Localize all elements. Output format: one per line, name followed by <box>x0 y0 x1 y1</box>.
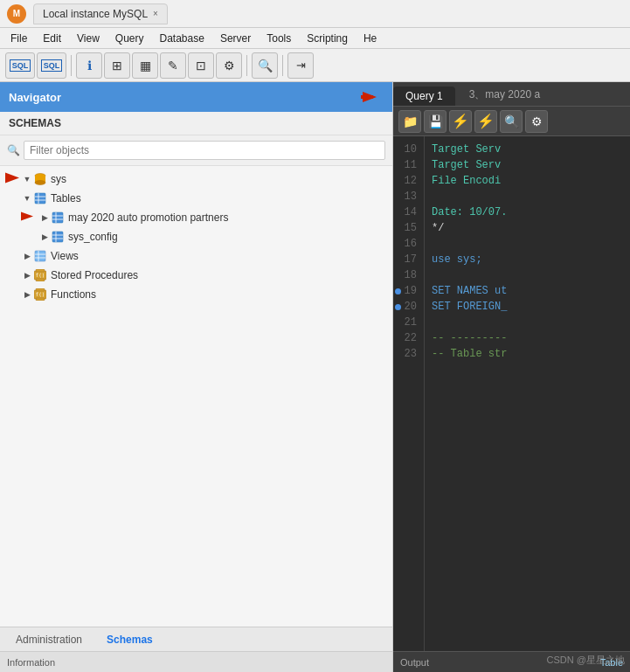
schema-btn[interactable]: ⊡ <box>188 52 214 79</box>
toolbar-separator-3 <box>282 55 283 76</box>
menu-bar: File Edit View Query Database Server Too… <box>0 28 630 49</box>
main-tab[interactable]: Local instance MySQL × <box>33 3 168 24</box>
menu-server[interactable]: Server <box>213 31 258 46</box>
svg-marker-2 <box>5 173 19 184</box>
edit-btn[interactable]: ✎ <box>160 52 186 79</box>
right-panel: Query 1 3、may 2020 a 📁 💾 ⚡ ⚡ 🔍 ⚙ 1011121… <box>393 82 630 672</box>
query-tab-1[interactable]: Query 1 <box>393 87 455 106</box>
menu-edit[interactable]: Edit <box>36 31 68 46</box>
export-btn[interactable]: ⇥ <box>287 52 314 79</box>
code-line-17: use sys; <box>432 252 623 267</box>
svg-text:f(): f() <box>36 272 45 278</box>
menu-help[interactable]: He <box>357 31 384 46</box>
views-expand-arrow[interactable]: ▶ <box>21 252 33 260</box>
proc-btn[interactable]: ⚙ <box>216 52 242 79</box>
svg-rect-6 <box>35 193 45 204</box>
info-bar: Information <box>0 651 392 672</box>
line-number-22: 22 <box>393 330 424 346</box>
tables-expand-arrow[interactable]: ▼ <box>21 194 33 203</box>
functions-expand-arrow[interactable]: ▶ <box>21 290 33 299</box>
table2-label: sys_config <box>68 231 118 243</box>
sql-btn-1[interactable]: SQL <box>5 52 35 79</box>
save-btn[interactable]: 💾 <box>424 110 447 133</box>
line-number-17: 17 <box>393 252 424 267</box>
views-icon <box>33 249 47 263</box>
code-line-10: Target Serv <box>432 142 623 157</box>
stored-proc-expand-arrow[interactable]: ▶ <box>21 271 33 280</box>
navigator-header: Navigator <box>0 82 392 112</box>
menu-database[interactable]: Database <box>153 31 211 46</box>
svg-point-5 <box>35 181 45 185</box>
sys-label: sys <box>51 173 66 185</box>
sys-expand-arrow[interactable]: ▼ <box>21 175 33 184</box>
code-line-15: */ <box>432 220 623 236</box>
table1-expand-arrow[interactable]: ▶ <box>38 213 51 222</box>
tables-label: Tables <box>51 192 81 204</box>
tree-node-table1[interactable]: ▶ may 2020 auto promotion partners <box>0 208 392 227</box>
menu-view[interactable]: View <box>70 31 107 46</box>
refresh-icon[interactable] <box>359 87 384 107</box>
tab-administration[interactable]: Administration <box>3 630 94 649</box>
tab-schemas[interactable]: Schemas <box>94 630 165 649</box>
table2-icon <box>51 230 65 244</box>
info-btn[interactable]: ℹ <box>76 52 102 79</box>
svg-rect-25 <box>36 279 45 281</box>
table2-expand-arrow[interactable]: ▶ <box>38 232 51 241</box>
table-view-btn[interactable]: ▦ <box>132 52 158 79</box>
tree-node-tables[interactable]: ▼ Tables <box>0 189 392 208</box>
line-number-23: 23 <box>393 346 424 362</box>
line-number-19: 19 <box>393 283 424 299</box>
title-bar: M Local instance MySQL × <box>0 0 630 28</box>
code-content[interactable]: Target ServTarget ServFile Encodi Date: … <box>425 136 630 651</box>
line-numbers: 1011121314151617181920212223 <box>393 136 425 651</box>
line-number-12: 12 <box>393 173 424 189</box>
filter-objects-input[interactable] <box>24 141 385 160</box>
query-toolbar: 📁 💾 ⚡ ⚡ 🔍 ⚙ <box>393 107 630 136</box>
code-line-11: Target Serv <box>432 157 623 173</box>
code-line-20: SET FOREIGN_ <box>432 299 623 315</box>
code-line-19: SET NAMES ut <box>432 283 623 299</box>
svg-marker-10 <box>21 212 33 221</box>
line-number-14: 14 <box>393 204 424 220</box>
code-line-18 <box>432 267 623 283</box>
add-table-btn[interactable]: ⊞ <box>104 52 130 79</box>
search-filter-icon: 🔍 <box>7 144 20 156</box>
navigator-title: Navigator <box>9 91 61 104</box>
query-tabs: Query 1 3、may 2020 a <box>393 82 630 107</box>
settings-query-btn[interactable]: ⚙ <box>525 110 548 133</box>
tree-area: ▼ sys ▼ <box>0 166 392 627</box>
info-label: Information <box>7 657 55 668</box>
menu-query[interactable]: Query <box>108 31 151 46</box>
open-file-btn[interactable]: 📁 <box>398 110 421 133</box>
tree-node-table2[interactable]: ▶ sys_config <box>0 227 392 246</box>
watermark: CSDN @星星之地 <box>547 654 625 667</box>
search-query-btn[interactable]: 🔍 <box>500 110 523 133</box>
tree-node-functions[interactable]: ▶ f() Functions <box>0 285 392 304</box>
line-number-11: 11 <box>393 157 424 173</box>
toolbar-separator-2 <box>246 55 247 76</box>
tree-node-sys[interactable]: ▼ sys <box>0 170 392 189</box>
svg-text:f(): f() <box>36 291 45 297</box>
execute-btn[interactable]: ⚡ <box>449 110 472 133</box>
toolbar-separator-1 <box>71 55 72 76</box>
svg-rect-15 <box>52 232 63 242</box>
line-number-10: 10 <box>393 142 424 157</box>
sql-btn-2[interactable]: SQL <box>37 52 66 79</box>
app-logo: M <box>7 4 26 24</box>
line-number-18: 18 <box>393 267 424 283</box>
sys-db-icon <box>33 172 47 186</box>
menu-scripting[interactable]: Scripting <box>300 31 355 46</box>
menu-file[interactable]: File <box>3 31 34 46</box>
code-line-23: -- Table str <box>432 346 623 362</box>
table1-label: may 2020 auto promotion partners <box>68 211 228 224</box>
menu-tools[interactable]: Tools <box>260 31 298 46</box>
table1-icon <box>51 211 65 225</box>
filter-row: 🔍 <box>0 135 392 166</box>
execute-sel-btn[interactable]: ⚡ <box>474 110 497 133</box>
search-btn[interactable]: 🔍 <box>252 52 278 79</box>
tree-node-views[interactable]: ▶ Views <box>0 246 392 266</box>
tree-node-stored-procedures[interactable]: ▶ f() Stored Procedures <box>0 266 392 285</box>
left-panel: Navigator SCHEMAS 🔍 <box>0 82 393 672</box>
line-number-20: 20 <box>393 299 424 315</box>
tab-close-button[interactable]: × <box>153 9 158 18</box>
